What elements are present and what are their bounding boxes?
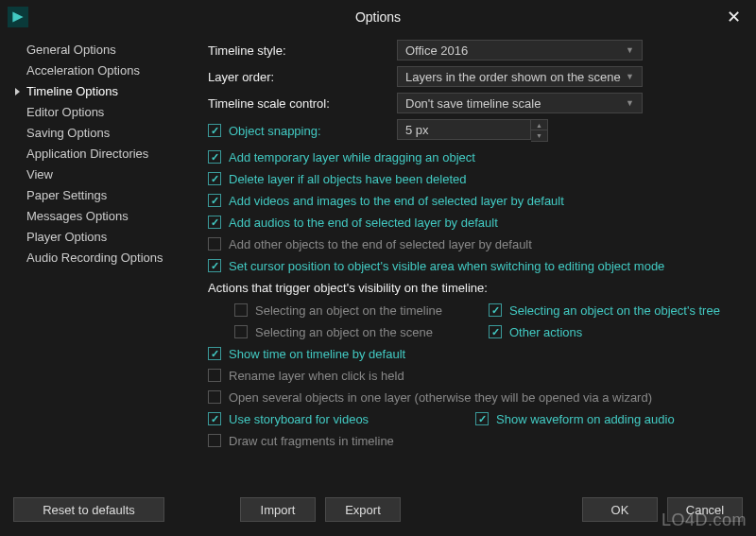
show-time-checkbox[interactable]	[208, 347, 221, 360]
sel-tree-checkbox[interactable]	[489, 303, 502, 317]
delete-layer-label[interactable]: Delete layer if all objects have been de…	[229, 172, 467, 186]
add-temp-layer-checkbox[interactable]	[208, 150, 221, 164]
draw-cut-checkbox[interactable]	[208, 434, 221, 447]
sidebar-item-paper[interactable]: Paper Settings	[13, 185, 193, 206]
sel-timeline-checkbox[interactable]	[234, 303, 248, 317]
show-waveform-label[interactable]: Show waveform on adding audio	[496, 412, 675, 426]
sidebar-item-messages[interactable]: Messages Options	[13, 206, 193, 227]
use-storyboard-label[interactable]: Use storyboard for videos	[229, 412, 369, 426]
cancel-button[interactable]: Cancel	[667, 497, 743, 522]
show-waveform-checkbox[interactable]	[475, 412, 489, 425]
sidebar-item-timeline[interactable]: Timeline Options	[13, 81, 193, 102]
sidebar: General Options Acceleration Options Tim…	[13, 40, 202, 488]
sidebar-item-saving[interactable]: Saving Options	[13, 123, 193, 144]
sidebar-item-editor[interactable]: Editor Options	[13, 102, 193, 123]
add-audios-checkbox[interactable]	[208, 216, 221, 229]
draw-cut-label[interactable]: Draw cut fragments in timeline	[229, 434, 394, 448]
open-several-checkbox[interactable]	[208, 390, 221, 404]
add-videos-checkbox[interactable]	[208, 194, 221, 207]
sidebar-item-view[interactable]: View	[13, 164, 193, 185]
rename-layer-checkbox[interactable]	[208, 369, 221, 382]
close-button[interactable]: ✕	[718, 2, 748, 32]
sel-scene-checkbox[interactable]	[234, 325, 248, 338]
visibility-header: Actions that trigger object's visibility…	[208, 281, 743, 295]
app-icon	[8, 7, 28, 27]
timeline-style-value: Office 2016	[405, 43, 468, 58]
titlebar: Options ✕	[0, 0, 756, 34]
delete-layer-checkbox[interactable]	[208, 172, 221, 185]
other-actions-label[interactable]: Other actions	[509, 325, 582, 339]
object-snapping-spinner[interactable]: 5 px ▲ ▼	[397, 119, 548, 142]
export-button[interactable]: Export	[325, 497, 401, 522]
sidebar-item-directories[interactable]: Application Directories	[13, 144, 193, 164]
sel-timeline-label[interactable]: Selecting an object on the timeline	[255, 303, 442, 318]
layer-order-select[interactable]: Layers in the order shown on the scene ▼	[397, 66, 643, 87]
object-snapping-label[interactable]: Object snapping:	[229, 124, 321, 138]
add-videos-label[interactable]: Add videos and images to the end of sele…	[229, 194, 564, 208]
open-several-label[interactable]: Open several objects in one layer (other…	[229, 390, 652, 405]
timeline-style-label: Timeline style:	[208, 43, 397, 58]
add-audios-label[interactable]: Add audios to the end of selected layer …	[229, 216, 498, 230]
rename-layer-label[interactable]: Rename layer when click is held	[229, 369, 404, 383]
ok-button[interactable]: OK	[582, 497, 658, 522]
spinner-down-icon[interactable]: ▼	[531, 130, 547, 141]
timeline-style-select[interactable]: Office 2016 ▼	[397, 40, 643, 61]
caret-down-icon: ▼	[626, 72, 634, 81]
scale-control-select[interactable]: Don't save timeline scale ▼	[397, 93, 643, 113]
scale-control-label: Timeline scale control:	[208, 96, 397, 111]
layer-order-label: Layer order:	[208, 70, 397, 84]
caret-down-icon: ▼	[626, 98, 634, 108]
spinner-up-icon[interactable]: ▲	[531, 120, 547, 130]
sidebar-item-player[interactable]: Player Options	[13, 227, 193, 248]
layer-order-value: Layers in the order shown on the scene	[405, 70, 621, 84]
object-snapping-checkbox[interactable]	[208, 124, 221, 137]
content-panel: Timeline style: Office 2016 ▼ Layer orde…	[202, 40, 743, 488]
add-other-checkbox[interactable]	[208, 237, 221, 251]
scale-control-value: Don't save timeline scale	[405, 96, 541, 111]
sidebar-item-general[interactable]: General Options	[13, 40, 193, 61]
caret-down-icon: ▼	[626, 45, 634, 55]
show-time-label[interactable]: Show time on timeline by default	[229, 347, 405, 361]
set-cursor-label[interactable]: Set cursor position to object's visible …	[229, 259, 664, 273]
sel-scene-label[interactable]: Selecting an object on the scene	[255, 325, 433, 339]
set-cursor-checkbox[interactable]	[208, 259, 221, 272]
import-button[interactable]: Import	[240, 497, 316, 522]
window-title: Options	[0, 9, 756, 25]
footer: Reset to defaults Import Export OK Cance…	[0, 488, 756, 531]
reset-defaults-button[interactable]: Reset to defaults	[13, 497, 164, 522]
add-other-label[interactable]: Add other objects to the end of selected…	[229, 237, 532, 251]
sidebar-item-audio-recording[interactable]: Audio Recording Options	[13, 248, 193, 268]
sel-tree-label[interactable]: Selecting an object on the object's tree	[509, 303, 720, 318]
use-storyboard-checkbox[interactable]	[208, 412, 221, 425]
add-temp-layer-label[interactable]: Add temporary layer while dragging an ob…	[229, 150, 475, 164]
sidebar-item-acceleration[interactable]: Acceleration Options	[13, 61, 193, 81]
other-actions-checkbox[interactable]	[489, 325, 502, 338]
object-snapping-value[interactable]: 5 px	[397, 119, 531, 140]
svg-marker-0	[12, 11, 23, 22]
